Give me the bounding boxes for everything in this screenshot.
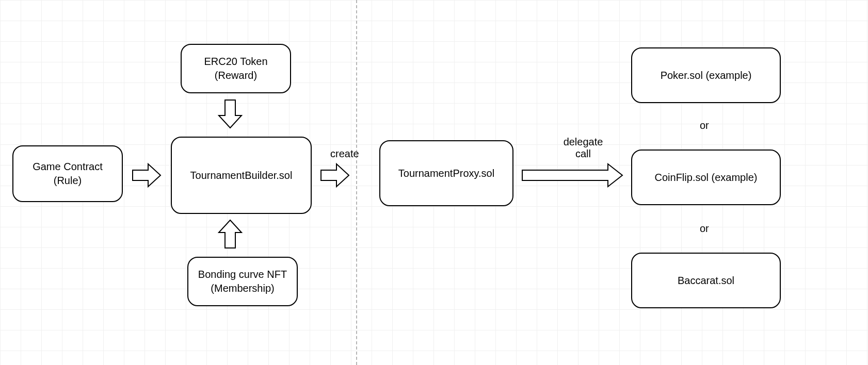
node-tournament-builder: TournamentBuilder.sol — [171, 137, 312, 214]
node-game-contract: Game Contract (Rule) — [12, 145, 123, 202]
arrow-game-to-builder — [132, 163, 162, 188]
label-create: create — [330, 148, 359, 160]
arrow-builder-to-proxy — [320, 163, 350, 188]
section-divider — [356, 0, 357, 365]
node-poker: Poker.sol (example) — [631, 47, 781, 103]
arrow-proxy-delegate-call — [521, 163, 623, 188]
label-or-2: or — [700, 223, 709, 235]
label-delegate-call: delegate call — [552, 136, 614, 160]
node-erc20-token: ERC20 Token (Reward) — [181, 44, 291, 93]
arrow-erc20-to-builder — [218, 99, 243, 129]
node-coinflip: CoinFlip.sol (example) — [631, 150, 781, 205]
node-tournament-proxy: TournamentProxy.sol — [379, 140, 513, 206]
node-bonding-curve-nft: Bonding curve NFT (Membership) — [187, 257, 298, 306]
label-or-1: or — [700, 120, 709, 131]
node-baccarat: Baccarat.sol — [631, 253, 781, 308]
diagram-canvas: Game Contract (Rule) ERC20 Token (Reward… — [0, 0, 868, 365]
arrow-bonding-to-builder — [218, 219, 243, 249]
